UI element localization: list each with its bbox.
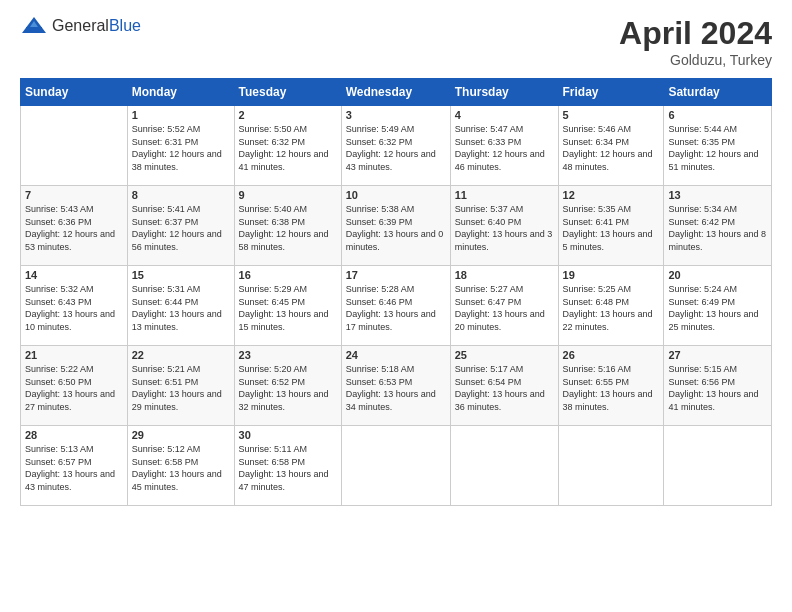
day-info: Sunrise: 5:43 AMSunset: 6:36 PMDaylight:…	[25, 203, 123, 253]
table-cell: 30Sunrise: 5:11 AMSunset: 6:58 PMDayligh…	[234, 426, 341, 506]
title-block: April 2024 Golduzu, Turkey	[619, 15, 772, 68]
header: GeneralBlue April 2024 Golduzu, Turkey	[20, 15, 772, 68]
day-info: Sunrise: 5:46 AMSunset: 6:34 PMDaylight:…	[563, 123, 660, 173]
table-cell: 10Sunrise: 5:38 AMSunset: 6:39 PMDayligh…	[341, 186, 450, 266]
day-number: 18	[455, 269, 554, 281]
table-cell	[664, 426, 772, 506]
day-info: Sunrise: 5:32 AMSunset: 6:43 PMDaylight:…	[25, 283, 123, 333]
day-number: 21	[25, 349, 123, 361]
day-info: Sunrise: 5:24 AMSunset: 6:49 PMDaylight:…	[668, 283, 767, 333]
table-cell: 18Sunrise: 5:27 AMSunset: 6:47 PMDayligh…	[450, 266, 558, 346]
day-info: Sunrise: 5:15 AMSunset: 6:56 PMDaylight:…	[668, 363, 767, 413]
logo-icon	[20, 15, 48, 37]
table-cell	[341, 426, 450, 506]
day-number: 16	[239, 269, 337, 281]
header-monday: Monday	[127, 79, 234, 106]
table-cell	[450, 426, 558, 506]
day-number: 3	[346, 109, 446, 121]
day-number: 9	[239, 189, 337, 201]
day-info: Sunrise: 5:34 AMSunset: 6:42 PMDaylight:…	[668, 203, 767, 253]
day-number: 11	[455, 189, 554, 201]
day-number: 1	[132, 109, 230, 121]
day-info: Sunrise: 5:22 AMSunset: 6:50 PMDaylight:…	[25, 363, 123, 413]
day-number: 14	[25, 269, 123, 281]
day-info: Sunrise: 5:49 AMSunset: 6:32 PMDaylight:…	[346, 123, 446, 173]
table-cell: 13Sunrise: 5:34 AMSunset: 6:42 PMDayligh…	[664, 186, 772, 266]
calendar-page: GeneralBlue April 2024 Golduzu, Turkey S…	[0, 0, 792, 612]
table-cell: 24Sunrise: 5:18 AMSunset: 6:53 PMDayligh…	[341, 346, 450, 426]
logo: GeneralBlue	[20, 15, 141, 37]
table-cell: 22Sunrise: 5:21 AMSunset: 6:51 PMDayligh…	[127, 346, 234, 426]
table-cell: 19Sunrise: 5:25 AMSunset: 6:48 PMDayligh…	[558, 266, 664, 346]
logo-text: GeneralBlue	[52, 17, 141, 35]
day-info: Sunrise: 5:20 AMSunset: 6:52 PMDaylight:…	[239, 363, 337, 413]
day-number: 10	[346, 189, 446, 201]
day-info: Sunrise: 5:40 AMSunset: 6:38 PMDaylight:…	[239, 203, 337, 253]
day-info: Sunrise: 5:37 AMSunset: 6:40 PMDaylight:…	[455, 203, 554, 253]
title-month-year: April 2024	[619, 15, 772, 52]
week-row-2: 7Sunrise: 5:43 AMSunset: 6:36 PMDaylight…	[21, 186, 772, 266]
day-number: 29	[132, 429, 230, 441]
day-info: Sunrise: 5:52 AMSunset: 6:31 PMDaylight:…	[132, 123, 230, 173]
table-cell: 5Sunrise: 5:46 AMSunset: 6:34 PMDaylight…	[558, 106, 664, 186]
day-info: Sunrise: 5:31 AMSunset: 6:44 PMDaylight:…	[132, 283, 230, 333]
day-info: Sunrise: 5:38 AMSunset: 6:39 PMDaylight:…	[346, 203, 446, 253]
table-cell: 2Sunrise: 5:50 AMSunset: 6:32 PMDaylight…	[234, 106, 341, 186]
day-number: 24	[346, 349, 446, 361]
table-cell: 14Sunrise: 5:32 AMSunset: 6:43 PMDayligh…	[21, 266, 128, 346]
day-number: 2	[239, 109, 337, 121]
logo-blue: Blue	[109, 17, 141, 34]
day-info: Sunrise: 5:18 AMSunset: 6:53 PMDaylight:…	[346, 363, 446, 413]
table-cell: 28Sunrise: 5:13 AMSunset: 6:57 PMDayligh…	[21, 426, 128, 506]
table-cell: 27Sunrise: 5:15 AMSunset: 6:56 PMDayligh…	[664, 346, 772, 426]
day-info: Sunrise: 5:41 AMSunset: 6:37 PMDaylight:…	[132, 203, 230, 253]
day-info: Sunrise: 5:28 AMSunset: 6:46 PMDaylight:…	[346, 283, 446, 333]
table-cell: 20Sunrise: 5:24 AMSunset: 6:49 PMDayligh…	[664, 266, 772, 346]
day-info: Sunrise: 5:16 AMSunset: 6:55 PMDaylight:…	[563, 363, 660, 413]
day-number: 25	[455, 349, 554, 361]
table-cell: 6Sunrise: 5:44 AMSunset: 6:35 PMDaylight…	[664, 106, 772, 186]
header-saturday: Saturday	[664, 79, 772, 106]
table-cell: 12Sunrise: 5:35 AMSunset: 6:41 PMDayligh…	[558, 186, 664, 266]
day-info: Sunrise: 5:50 AMSunset: 6:32 PMDaylight:…	[239, 123, 337, 173]
table-cell: 15Sunrise: 5:31 AMSunset: 6:44 PMDayligh…	[127, 266, 234, 346]
header-wednesday: Wednesday	[341, 79, 450, 106]
table-cell: 11Sunrise: 5:37 AMSunset: 6:40 PMDayligh…	[450, 186, 558, 266]
logo-general: General	[52, 17, 109, 34]
day-number: 27	[668, 349, 767, 361]
week-row-3: 14Sunrise: 5:32 AMSunset: 6:43 PMDayligh…	[21, 266, 772, 346]
day-info: Sunrise: 5:29 AMSunset: 6:45 PMDaylight:…	[239, 283, 337, 333]
table-cell: 3Sunrise: 5:49 AMSunset: 6:32 PMDaylight…	[341, 106, 450, 186]
day-number: 15	[132, 269, 230, 281]
table-cell: 1Sunrise: 5:52 AMSunset: 6:31 PMDaylight…	[127, 106, 234, 186]
day-info: Sunrise: 5:11 AMSunset: 6:58 PMDaylight:…	[239, 443, 337, 493]
table-cell: 16Sunrise: 5:29 AMSunset: 6:45 PMDayligh…	[234, 266, 341, 346]
table-cell: 21Sunrise: 5:22 AMSunset: 6:50 PMDayligh…	[21, 346, 128, 426]
weekday-header-row: Sunday Monday Tuesday Wednesday Thursday…	[21, 79, 772, 106]
day-number: 19	[563, 269, 660, 281]
week-row-4: 21Sunrise: 5:22 AMSunset: 6:50 PMDayligh…	[21, 346, 772, 426]
day-number: 26	[563, 349, 660, 361]
day-info: Sunrise: 5:17 AMSunset: 6:54 PMDaylight:…	[455, 363, 554, 413]
svg-rect-2	[26, 27, 42, 33]
day-number: 28	[25, 429, 123, 441]
day-info: Sunrise: 5:27 AMSunset: 6:47 PMDaylight:…	[455, 283, 554, 333]
header-sunday: Sunday	[21, 79, 128, 106]
table-cell: 7Sunrise: 5:43 AMSunset: 6:36 PMDaylight…	[21, 186, 128, 266]
day-number: 5	[563, 109, 660, 121]
table-cell: 8Sunrise: 5:41 AMSunset: 6:37 PMDaylight…	[127, 186, 234, 266]
table-cell: 29Sunrise: 5:12 AMSunset: 6:58 PMDayligh…	[127, 426, 234, 506]
day-number: 7	[25, 189, 123, 201]
table-cell: 17Sunrise: 5:28 AMSunset: 6:46 PMDayligh…	[341, 266, 450, 346]
day-info: Sunrise: 5:44 AMSunset: 6:35 PMDaylight:…	[668, 123, 767, 173]
day-number: 8	[132, 189, 230, 201]
day-number: 20	[668, 269, 767, 281]
day-number: 23	[239, 349, 337, 361]
table-cell: 23Sunrise: 5:20 AMSunset: 6:52 PMDayligh…	[234, 346, 341, 426]
day-number: 22	[132, 349, 230, 361]
table-cell: 9Sunrise: 5:40 AMSunset: 6:38 PMDaylight…	[234, 186, 341, 266]
day-info: Sunrise: 5:25 AMSunset: 6:48 PMDaylight:…	[563, 283, 660, 333]
day-number: 17	[346, 269, 446, 281]
day-number: 30	[239, 429, 337, 441]
table-cell	[558, 426, 664, 506]
